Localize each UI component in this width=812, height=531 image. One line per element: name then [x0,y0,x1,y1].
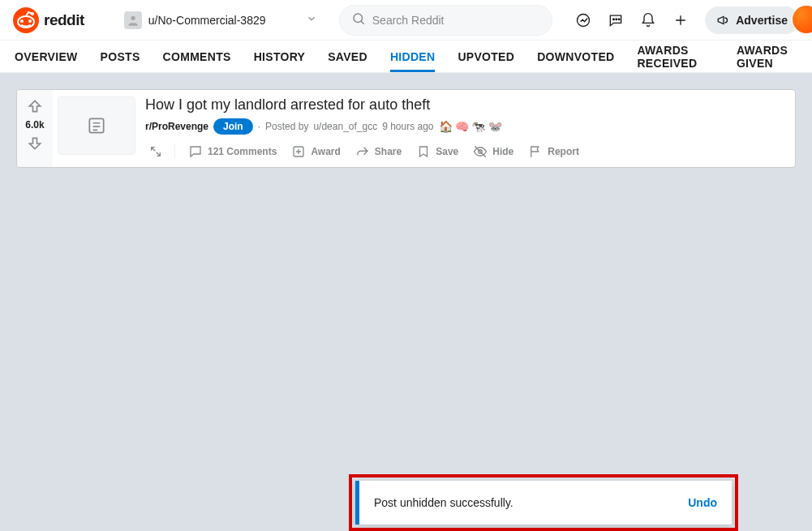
award-badge[interactable]: 🐄 [471,120,485,133]
reddit-logo[interactable]: reddit [13,7,84,33]
award-icon [291,144,306,159]
tab-upvoted[interactable]: UPVOTED [458,41,514,72]
award-badge[interactable]: 🐭 [488,120,502,133]
top-header: reddit u/No-Commercial-3829 Adverti [0,0,812,41]
avatar-icon [124,11,142,29]
share-label: Share [375,146,402,157]
hide-label: Hide [492,146,513,157]
tab-awards_received[interactable]: AWARDS RECEIVED [637,41,713,72]
separator-dot: · [258,121,260,132]
chevron-down-icon [306,13,317,28]
hide-button[interactable]: Hide [468,141,518,162]
award-badge[interactable]: 🧠 [455,120,469,133]
award-badge[interactable]: 🏠 [439,120,453,133]
advertise-button[interactable]: Advertise [705,6,799,34]
share-icon [355,144,370,159]
vote-column: 6.0k [17,90,53,167]
comment-icon [188,144,203,159]
text-post-icon [86,115,107,136]
tab-awards_given[interactable]: AWARDS GIVEN [737,41,797,72]
expand-button[interactable] [145,141,166,162]
eye-off-icon [473,144,488,159]
search-container[interactable] [339,5,552,36]
toast-highlight: Post unhidden successfully. Undo [349,474,738,531]
post-time: 9 hours ago [382,121,433,132]
comments-button[interactable]: 121 Comments [183,141,281,162]
report-label: Report [548,146,579,157]
svg-point-6 [354,14,363,23]
post-title[interactable]: How I got my landlord arrested for auto … [145,96,787,113]
chat-icon[interactable] [601,6,630,35]
svg-point-10 [619,18,621,19]
svg-point-5 [131,15,135,19]
post-meta: r/ProRevenge Join · Posted by u/dean_of_… [145,118,787,135]
bookmark-icon [416,144,431,159]
downvote-button[interactable] [25,134,45,153]
comments-label: 121 Comments [208,146,277,157]
megaphone-icon [716,13,731,28]
post-card: 6.0k How I got my landlord arrested for … [16,89,796,168]
tab-overview[interactable]: OVERVIEW [15,41,78,72]
post-score: 6.0k [25,119,44,131]
brand-text: reddit [44,11,84,29]
post-thumbnail[interactable] [58,96,135,155]
toast-undo-button[interactable]: Undo [688,496,717,509]
tab-saved[interactable]: SAVED [328,41,367,72]
posted-by-prefix: Posted by [265,121,308,132]
tab-hidden[interactable]: HIDDEN [390,41,435,72]
report-button[interactable]: Report [523,141,584,162]
profile-tabs: OVERVIEWPOSTSCOMMENTSHISTORYSAVEDHIDDENU… [0,41,812,73]
popular-icon[interactable] [569,6,598,35]
flag-icon [528,144,543,159]
reddit-icon [13,7,39,33]
action-divider [174,144,175,159]
tab-comments[interactable]: COMMENTS [163,41,231,72]
subreddit-link[interactable]: r/ProRevenge [145,121,208,132]
award-row: 🏠 🧠 🐄 🐭 [439,120,502,133]
svg-point-9 [616,18,617,19]
dropdown-username: u/No-Commercial-3829 [148,14,299,27]
tab-posts[interactable]: POSTS [101,41,140,72]
post-author[interactable]: u/dean_of_gcc [313,121,377,132]
svg-point-1 [20,19,24,23]
post-actions: 121 Comments Award Share Save Hide [145,141,787,162]
share-button[interactable]: Share [350,141,406,162]
award-button[interactable]: Award [286,141,345,162]
toast: Post unhidden successfully. Undo [355,481,732,525]
toast-message: Post unhidden successfully. [374,496,513,509]
award-label: Award [311,146,340,157]
search-input[interactable] [372,14,540,27]
svg-point-2 [28,19,32,23]
notifications-icon[interactable] [634,6,663,35]
advertise-label: Advertise [736,14,788,27]
svg-point-8 [613,18,615,19]
tab-downvoted[interactable]: DOWNVOTED [537,41,614,72]
save-button[interactable]: Save [411,141,463,162]
tab-history[interactable]: HISTORY [254,41,306,72]
create-post-icon[interactable] [666,6,695,35]
community-dropdown[interactable]: u/No-Commercial-3829 [115,6,326,35]
svg-point-0 [13,7,39,33]
header-actions [569,6,695,35]
save-label: Save [436,146,458,157]
post-body: How I got my landlord arrested for auto … [142,90,795,167]
feed: 6.0k How I got my landlord arrested for … [0,73,812,184]
search-icon [351,11,366,29]
upvote-button[interactable] [25,96,45,116]
join-button[interactable]: Join [213,118,253,135]
